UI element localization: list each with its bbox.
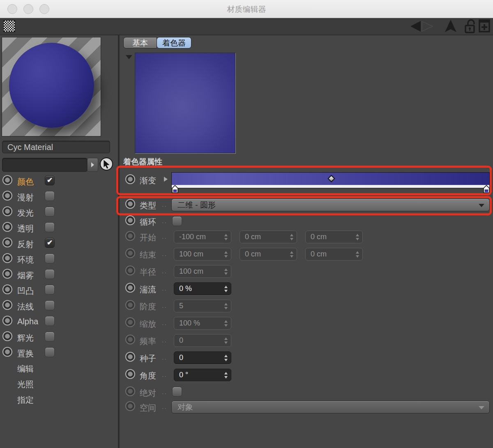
channel-label[interactable]: 置换 xyxy=(17,348,34,359)
channel-checkbox[interactable]: ✔ xyxy=(45,238,55,248)
channel-label[interactable]: Alpha xyxy=(17,317,38,326)
spinner-icon[interactable] xyxy=(290,251,294,258)
unlock-icon[interactable] xyxy=(464,18,477,35)
material-preview[interactable] xyxy=(2,37,101,136)
channel-label[interactable]: 透明 xyxy=(17,223,34,234)
channel-checkbox[interactable] xyxy=(45,285,55,295)
channel-radio[interactable] xyxy=(2,347,12,357)
start-z-field[interactable]: 0 cm xyxy=(305,231,363,243)
channel-label[interactable]: 发光 xyxy=(17,208,34,219)
channel-radio[interactable] xyxy=(2,253,12,263)
start-x-field[interactable]: -100 cm xyxy=(174,231,231,243)
spinner-icon[interactable] xyxy=(224,372,228,379)
spinner-icon[interactable] xyxy=(224,320,228,327)
channel-checkbox[interactable] xyxy=(45,254,55,263)
field-value: 0 cm xyxy=(245,250,261,258)
pattern-swatch-icon[interactable] xyxy=(3,20,15,32)
channel-label[interactable]: 漫射 xyxy=(17,192,34,203)
channel-label[interactable]: 光照 xyxy=(17,379,34,390)
channel-label[interactable]: 烟雾 xyxy=(17,270,34,281)
angle-field[interactable]: 0 ° xyxy=(174,369,231,381)
picker-button[interactable] xyxy=(100,157,113,171)
prop-radio-frequency[interactable] xyxy=(125,335,135,344)
texture-input[interactable] xyxy=(2,158,88,172)
end-z-field[interactable]: 0 cm xyxy=(305,248,363,261)
absolute-checkbox[interactable] xyxy=(172,387,182,397)
prop-radio-cycle[interactable] xyxy=(125,215,135,225)
channel-radio[interactable] xyxy=(2,175,12,185)
prop-radio-end[interactable] xyxy=(125,248,135,258)
channel-radio[interactable] xyxy=(2,284,12,294)
cycle-checkbox[interactable] xyxy=(172,216,182,226)
space-dropdown[interactable]: 对象 xyxy=(171,401,490,413)
channel-radio[interactable] xyxy=(2,316,12,326)
channel-checkbox[interactable]: ✔ xyxy=(45,176,55,185)
spinner-icon[interactable] xyxy=(355,251,359,258)
radius-field[interactable]: 100 cm xyxy=(174,265,231,278)
highlight-gradient-row xyxy=(116,166,492,195)
channel-radio[interactable] xyxy=(2,206,12,216)
prop-radio-seed[interactable] xyxy=(125,352,135,362)
shader-preview[interactable] xyxy=(135,53,235,153)
channel-checkbox[interactable] xyxy=(45,316,55,326)
collapse-arrow-icon[interactable] xyxy=(126,55,132,59)
texture-browse-button[interactable] xyxy=(87,158,98,172)
spinner-icon[interactable] xyxy=(355,234,359,240)
channel-radio[interactable] xyxy=(2,238,12,247)
channel-checkbox[interactable] xyxy=(45,332,55,342)
forward-arrow-icon[interactable] xyxy=(419,18,437,35)
channel-checkbox[interactable] xyxy=(45,347,55,357)
channel-checkbox[interactable] xyxy=(45,222,55,232)
material-name-field[interactable]: Cyc Material xyxy=(2,141,110,153)
prop-radio-turbulence[interactable] xyxy=(125,283,135,293)
channel-radio[interactable] xyxy=(2,331,12,341)
add-material-icon[interactable] xyxy=(478,18,491,35)
prop-label-radius: 半径 xyxy=(140,267,156,278)
channel-radio[interactable] xyxy=(2,300,12,310)
channel-checkbox[interactable] xyxy=(45,207,55,217)
channel-checkbox[interactable] xyxy=(45,300,55,310)
prop-radio-scale[interactable] xyxy=(125,317,135,327)
tab-shader[interactable]: 着色器 xyxy=(157,37,191,48)
prop-radio-octaves[interactable] xyxy=(125,300,135,310)
prop-radio-radius[interactable] xyxy=(125,266,135,275)
end-y-field[interactable]: 0 cm xyxy=(240,248,297,261)
prop-radio-angle[interactable] xyxy=(125,369,135,379)
up-arrow-icon[interactable] xyxy=(444,18,458,35)
spinner-icon[interactable] xyxy=(224,268,228,275)
field-value: 0 cm xyxy=(245,233,261,241)
spinner-icon[interactable] xyxy=(224,337,228,344)
end-x-field[interactable]: 100 cm xyxy=(174,248,231,261)
tab-basic[interactable]: 基本 xyxy=(123,37,157,48)
spinner-icon[interactable] xyxy=(224,234,228,240)
spinner-icon[interactable] xyxy=(290,234,294,240)
frequency-field[interactable]: 0 xyxy=(174,334,231,347)
channel-label[interactable]: 法线 xyxy=(17,301,34,312)
scale-field[interactable]: 100 % xyxy=(174,317,231,330)
prop-radio-start[interactable] xyxy=(125,231,135,241)
turbulence-field[interactable]: 0 % xyxy=(174,282,231,295)
channel-label[interactable]: 辉光 xyxy=(17,333,34,344)
channel-radio[interactable] xyxy=(2,269,12,279)
seed-field[interactable]: 0 xyxy=(174,351,231,364)
channel-label[interactable]: 凹凸 xyxy=(17,286,34,297)
channel-label[interactable]: 指定 xyxy=(17,395,34,406)
channel-radio[interactable] xyxy=(2,222,12,232)
channel-label[interactable]: 反射 xyxy=(17,239,34,250)
channel-checkbox[interactable] xyxy=(45,191,55,201)
channel-checkbox[interactable] xyxy=(45,269,55,279)
channel-label[interactable]: 编辑 xyxy=(17,363,34,374)
prop-radio-absolute[interactable] xyxy=(125,386,135,396)
start-y-field[interactable]: 0 cm xyxy=(240,231,297,243)
octaves-field[interactable]: 5 xyxy=(174,300,231,312)
prop-radio-space[interactable] xyxy=(125,401,135,411)
spinner-icon[interactable] xyxy=(224,355,228,361)
spinner-icon[interactable] xyxy=(224,303,228,309)
panel-divider xyxy=(118,35,120,448)
leader-dots: .. xyxy=(162,319,167,327)
channel-label[interactable]: 颜色 xyxy=(17,176,34,187)
channel-label[interactable]: 环境 xyxy=(17,254,34,266)
channel-radio[interactable] xyxy=(2,191,12,201)
spinner-icon[interactable] xyxy=(224,286,228,292)
spinner-icon[interactable] xyxy=(224,251,228,258)
